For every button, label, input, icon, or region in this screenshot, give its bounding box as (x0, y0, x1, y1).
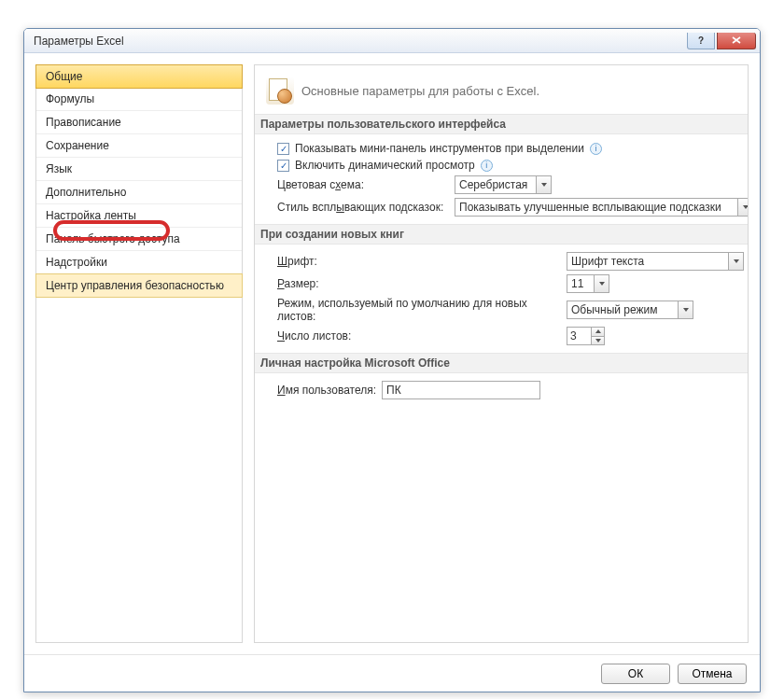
chevron-down-icon (594, 275, 609, 292)
dialog-footer: ОК Отмена (24, 654, 760, 692)
page-icon (266, 77, 294, 105)
label-font: Шрифт: (277, 255, 557, 268)
title-bar: Параметры Excel ? (24, 29, 760, 53)
label-username: Имя пользователя: (277, 384, 376, 397)
info-icon[interactable]: i (481, 160, 493, 172)
label-sheets: Число листов: (277, 329, 557, 343)
nav-item-proofing[interactable]: Правописание (36, 111, 242, 134)
label-mini-toolbar: Показывать мини-панель инструментов при … (295, 142, 584, 155)
combo-default-view[interactable]: Обычный режим (567, 301, 693, 319)
combo-font[interactable]: Шрифт текста (567, 252, 744, 271)
chevron-down-icon (737, 199, 749, 216)
nav-item-language[interactable]: Язык (36, 158, 242, 181)
input-username[interactable]: ПК (382, 381, 540, 399)
combo-size[interactable]: 11 (567, 274, 609, 293)
section-newbook-header: При создании новых книг (255, 224, 748, 245)
section-personal-header: Личная настройка Microsoft Office (255, 353, 748, 373)
nav-item-trust-center[interactable]: Центр управления безопасностью (35, 273, 243, 298)
ok-button[interactable]: ОК (601, 664, 670, 684)
nav-item-formulas[interactable]: Формулы (36, 88, 242, 111)
options-dialog: Параметры Excel ? Общие Формулы Правопис… (23, 28, 761, 692)
info-icon[interactable]: i (590, 143, 602, 155)
label-default-view: Режим, используемый по умолчанию для нов… (277, 297, 557, 323)
nav-item-quick-access[interactable]: Панель быстрого доступа (36, 228, 242, 251)
nav-item-advanced[interactable]: Дополнительно (36, 181, 242, 204)
close-button[interactable] (717, 33, 756, 49)
label-live-preview: Включить динамический просмотр (295, 159, 475, 172)
checkbox-live-preview[interactable]: ✓ (277, 160, 289, 172)
nav-item-save[interactable]: Сохранение (36, 134, 242, 158)
content-pane: Основные параметры для работы с Excel. П… (254, 64, 749, 643)
label-color-scheme: Цветовая схема: (277, 178, 445, 191)
chevron-down-icon (728, 253, 743, 270)
page-subtitle: Основные параметры для работы с Excel. (301, 84, 539, 98)
spinner-down-icon (591, 336, 605, 346)
checkbox-mini-toolbar[interactable]: ✓ (277, 143, 289, 155)
window-title: Параметры Excel (34, 35, 124, 48)
combo-tooltip-style[interactable]: Показывать улучшенные всплывающие подска… (455, 198, 749, 217)
section-ui-header: Параметры пользовательского интерфейса (255, 114, 748, 134)
label-size: Размер: (277, 277, 557, 290)
chevron-down-icon (536, 176, 551, 193)
nav-item-general[interactable]: Общие (35, 64, 243, 89)
combo-color-scheme[interactable]: Серебристая (455, 175, 552, 194)
category-nav: Общие Формулы Правописание Сохранение Яз… (35, 64, 243, 643)
nav-item-customize-ribbon[interactable]: Настройка ленты (36, 204, 242, 228)
cancel-button[interactable]: Отмена (678, 664, 747, 684)
label-tooltip-style: Стиль всплывающих подсказок: (277, 201, 445, 214)
spinner-sheets[interactable]: 3 (567, 327, 605, 345)
chevron-down-icon (678, 301, 693, 318)
spinner-up-icon (591, 327, 605, 336)
help-button[interactable]: ? (687, 33, 715, 49)
nav-item-addins[interactable]: Надстройки (36, 251, 242, 274)
